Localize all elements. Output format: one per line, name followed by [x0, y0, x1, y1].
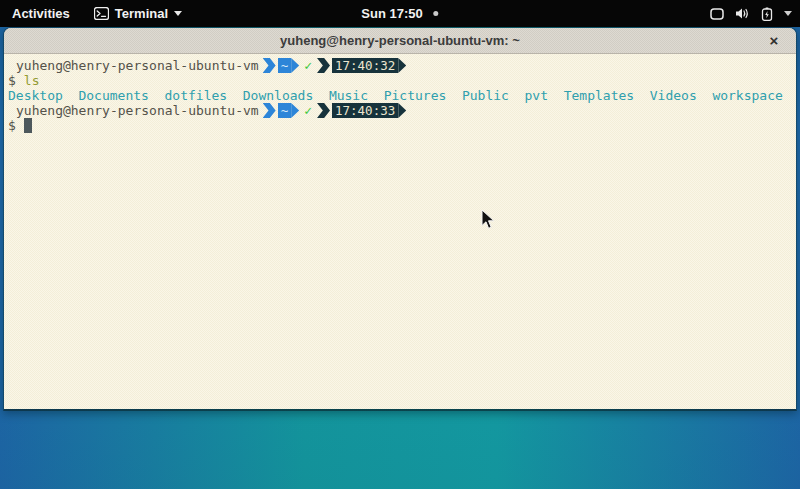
powerline-chevron-icon	[263, 103, 276, 118]
directory-entry: Videos	[650, 88, 713, 103]
directory-entry: Documents	[78, 88, 164, 103]
prompt-path: ~	[281, 58, 289, 73]
prompt-path: ~	[281, 103, 289, 118]
directory-entry: Public	[462, 88, 525, 103]
prompt-time: 17:40:32	[335, 58, 395, 73]
desktop: Activities Terminal Sun 17:50	[0, 0, 800, 489]
app-menu-button[interactable]: Terminal	[82, 0, 194, 27]
directory-entry: Downloads	[243, 88, 329, 103]
system-tray-button[interactable]	[698, 0, 800, 27]
app-menu-label: Terminal	[115, 6, 168, 21]
terminal-window: yuheng@henry-personal-ubuntu-vm: ~ × yuh…	[3, 27, 797, 411]
close-button[interactable]: ×	[762, 29, 786, 53]
prompt-symbol: $	[8, 118, 16, 133]
top-bar-center: Sun 17:50	[349, 0, 450, 27]
directory-entry: Desktop	[8, 88, 78, 103]
prompt-user-host: yuheng@henry-personal-ubuntu-vm	[16, 103, 259, 118]
powerline-chevron-icon	[317, 58, 330, 73]
prompt-path-segment: ~	[278, 103, 292, 118]
top-bar-left: Activities Terminal	[0, 0, 194, 27]
chevron-down-icon	[784, 11, 792, 16]
powerline-arrow-icon	[291, 103, 299, 118]
notification-dot-icon	[434, 11, 439, 16]
directory-entry: pvt	[525, 88, 564, 103]
powerline-chevron-icon	[317, 103, 330, 118]
clock-label: Sun 17:50	[361, 6, 422, 21]
volume-icon	[735, 7, 750, 20]
prompt-time-segment: 17:40:32	[332, 58, 398, 73]
directory-entry: Pictures	[384, 88, 462, 103]
screen-icon	[710, 8, 724, 20]
prompt-path-segment: ~	[278, 58, 292, 73]
mouse-pointer-icon	[481, 209, 495, 234]
command-line: $ls	[4, 73, 796, 88]
directory-entry: Music	[329, 88, 384, 103]
chevron-down-icon	[174, 11, 182, 16]
battery-charging-icon	[761, 7, 773, 21]
terminal-screen[interactable]: yuheng@henry-personal-ubuntu-vm ~ ✓ 17:4…	[4, 54, 796, 411]
terminal-cursor	[24, 118, 32, 133]
powerline-arrow-icon	[398, 103, 406, 118]
prompt-line: yuheng@henry-personal-ubuntu-vm ~ ✓ 17:4…	[4, 103, 796, 118]
directory-entry: dotfiles	[165, 88, 243, 103]
input-line: $	[4, 118, 796, 133]
powerline-arrow-icon	[291, 58, 299, 73]
powerline-arrow-icon	[398, 58, 406, 73]
status-check-icon: ✓	[304, 103, 312, 118]
prompt-symbol: $	[8, 73, 16, 88]
prompt-time-segment: 17:40:33	[332, 103, 398, 118]
clock-button[interactable]: Sun 17:50	[349, 0, 450, 27]
window-title: yuheng@henry-personal-ubuntu-vm: ~	[280, 33, 520, 48]
window-title-bar[interactable]: yuheng@henry-personal-ubuntu-vm: ~ ×	[4, 28, 796, 54]
prompt-line: yuheng@henry-personal-ubuntu-vm ~ ✓ 17:4…	[4, 58, 796, 73]
powerline-chevron-icon	[263, 58, 276, 73]
command-text: ls	[24, 73, 40, 88]
top-bar-right	[698, 0, 800, 27]
directory-entry: Templates	[564, 88, 650, 103]
prompt-time: 17:40:33	[335, 103, 395, 118]
activities-button[interactable]: Activities	[0, 0, 82, 27]
ls-output-line: DesktopDocumentsdotfilesDownloadsMusicPi…	[4, 88, 796, 103]
directory-entry: workspace	[712, 88, 782, 103]
prompt-user-host: yuheng@henry-personal-ubuntu-vm	[16, 58, 259, 73]
terminal-app-icon	[94, 7, 109, 20]
top-bar: Activities Terminal Sun 17:50	[0, 0, 800, 27]
status-check-icon: ✓	[304, 58, 312, 73]
